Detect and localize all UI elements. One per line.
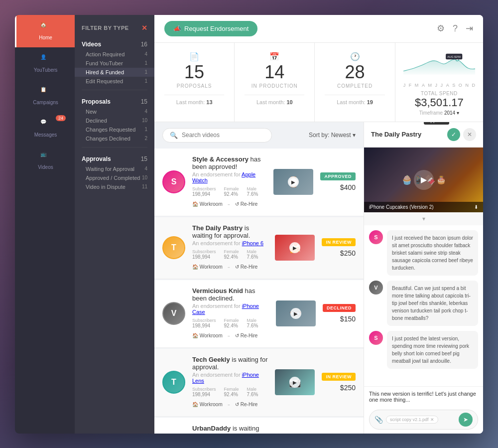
sidebar-item-campaigns[interactable]: 📋 Campaigns <box>15 80 75 112</box>
card-title-2: The Daily Pastry is waiting for approval… <box>192 224 268 239</box>
sidebar-item-label: Messages <box>34 132 57 138</box>
card-stats-3: Subscribers 198,994 Female 92.4% Male 7.… <box>192 318 269 328</box>
workroom-link-3[interactable]: 🏠 Workroom <box>192 333 223 338</box>
file-remove-icon[interactable]: ✕ <box>430 417 434 422</box>
endorsement-link[interactable]: Apple Watch <box>192 171 255 183</box>
stat-subscribers-2: Subscribers 198,994 <box>192 249 216 260</box>
video-thumb-3[interactable]: 👓 ▶ <box>276 300 316 326</box>
card-title-1: Style & Accessory has been approved! <box>192 155 266 170</box>
rehire-link[interactable]: ↺ Re-Hire <box>235 201 257 207</box>
download-icon[interactable]: ⬇ <box>474 204 478 210</box>
sidebar-item-videos[interactable]: 📺 Videos <box>15 145 75 177</box>
workroom-link-4[interactable]: 🏠 Workroom <box>192 402 223 407</box>
filter-item-count: 11 <box>142 184 147 189</box>
approve-btn-wrap: Approve ✓ <box>447 128 460 141</box>
stat-male-label: Male <box>247 186 258 191</box>
chart-timeframe-value[interactable]: 2014 ▾ <box>444 110 459 116</box>
panel-approve-button[interactable]: ✓ <box>447 128 460 141</box>
rehire-link-3[interactable]: ↺ Re-Hire <box>235 333 257 338</box>
request-endorsement-button[interactable]: 📣 Request Endorsement <box>164 21 257 36</box>
stat-chart: AUG $250 JFMAMJ JASOND TOTAL SPEND $3,50… <box>395 43 483 122</box>
filter-item-video-dispute[interactable]: Video in Dispute 11 <box>75 182 154 191</box>
chat-bubble-3: I just posted the latest version, spendi… <box>387 331 478 369</box>
chat-avatar-1: S <box>369 230 383 244</box>
filter-item-approved-completed[interactable]: Approved / Completed 10 <box>75 173 154 182</box>
sidebar-item-youtubers[interactable]: 👤 YouTubers <box>15 47 75 80</box>
endorsement-link-2[interactable]: iPhone 6 <box>242 240 263 246</box>
filter-item-new[interactable]: New 4 <box>75 107 154 116</box>
chat-avatar-3: S <box>369 331 383 345</box>
stat-subscribers: Subscribers 198,994 <box>192 186 216 197</box>
help-icon[interactable]: ? <box>453 23 458 34</box>
endorsement-link-3[interactable]: iPhone Case <box>192 303 259 315</box>
chart-months: JFMAMJ JASOND <box>403 83 475 88</box>
video-card-2: T The Daily Pastry is waiting for approv… <box>154 217 364 279</box>
filter-item-waiting-approval[interactable]: Waiting for Approval 4 <box>75 164 154 173</box>
sidebar-item-label: Campaigns <box>33 100 58 105</box>
attachment-icon[interactable]: 📎 <box>374 416 383 424</box>
chat-reply-text[interactable]: This new version is terrific! Let's just… <box>369 391 478 406</box>
filter-item-count: 10 <box>142 175 147 180</box>
top-bar-actions: ⚙ ? ⇥ <box>437 23 473 34</box>
play-button-2[interactable]: ▶ <box>289 242 300 253</box>
video-thumb-4[interactable]: 📷 ▶ <box>275 369 315 395</box>
search-input[interactable] <box>182 132 264 139</box>
stat-divider <box>245 95 304 95</box>
search-box[interactable]: 🔍 <box>162 128 272 143</box>
workroom-link-2[interactable]: 🏠 Workroom <box>192 264 223 270</box>
price-1: $400 <box>340 183 356 191</box>
filter-item-fund-youtuber[interactable]: Fund YouTuber 1 <box>75 59 154 68</box>
play-button-3[interactable]: ▶ <box>290 308 301 319</box>
endorsement-link-4[interactable]: iPhone Lens <box>192 372 259 384</box>
card-title-3: Vermicious Knid has been declined. <box>192 287 269 302</box>
creator-name-4: Tech Geekly <box>192 356 230 363</box>
filter-item-label: Declined <box>86 118 107 124</box>
play-button-1[interactable]: ▶ <box>288 176 299 187</box>
panel-play-btn[interactable]: ▶ <box>414 170 434 190</box>
workroom-link[interactable]: 🏠 Workroom <box>192 201 223 207</box>
logout-icon[interactable]: ⇥ <box>466 23 473 34</box>
panel-expand-button[interactable]: ▾ <box>364 212 483 225</box>
filter-item-hired-funded[interactable]: Hired & Funded 1 <box>75 68 154 77</box>
video-thumb-2[interactable]: 🍰 ▶ <box>275 235 315 261</box>
filter-item-label: Hired & Funded <box>86 69 124 75</box>
proposals-last: Last month: 13 <box>164 99 224 105</box>
sidebar-item-label: YouTubers <box>34 67 58 73</box>
chat-area: S I just received the bacon ipsum dolor … <box>364 225 483 386</box>
card-subtitle-4: An endorsement for iPhone Lens <box>192 372 268 384</box>
completed-number: 28 <box>325 63 384 81</box>
panel-video-label: iPhone Cupcakes (Version 2) ⬇ <box>364 202 483 212</box>
sidebar-item-messages[interactable]: 24 💬 Messages <box>15 112 75 145</box>
filter-item-changes-requested[interactable]: Changes Requested 1 <box>75 125 154 134</box>
video-thumb-1[interactable]: ⌚ ▶ <box>273 169 313 195</box>
settings-icon[interactable]: ⚙ <box>437 23 445 34</box>
rehire-link-4[interactable]: ↺ Re-Hire <box>235 402 257 407</box>
video-card-1: S Style & Accessory has been approved! A… <box>154 149 364 216</box>
card-title-4: Tech Geekly is waiting for approval. <box>192 356 268 371</box>
filter-divider-1 <box>82 90 147 90</box>
proposals-icon: 📄 <box>164 52 224 61</box>
production-label: IN PRODUCTION <box>245 83 304 89</box>
rehire-link-2[interactable]: ↺ Re-Hire <box>235 264 257 270</box>
stat-female-value: 92.4% <box>224 191 239 197</box>
play-button-4[interactable]: ▶ <box>289 377 300 388</box>
panel-actions: Approve ✓ ✕ <box>447 128 476 141</box>
panel-video[interactable]: 🧁 📱 🍫 🎂 ▶ iPhone Cupcakes (Version 2) ⬇ <box>364 148 483 212</box>
filter-item-count: 1 <box>144 69 147 75</box>
sidebar-item-home[interactable]: 🏠 Home <box>15 15 75 47</box>
proposals-last-value: 13 <box>206 99 212 105</box>
panel-close-button[interactable]: ✕ <box>463 128 476 141</box>
filter-clear-icon[interactable]: ✕ <box>141 24 148 32</box>
stat-sub-value: 198,994 <box>192 191 216 197</box>
filter-item-label: Edit Requested <box>86 78 123 84</box>
card-actions-2: 🏠 Workroom - ↺ Re-Hire <box>192 263 268 272</box>
filter-item-changes-declined[interactable]: Changes Declined 2 <box>75 134 154 143</box>
filter-item-edit-requested[interactable]: Edit Requested 1 <box>75 77 154 86</box>
filter-item-action-required[interactable]: Action Required 4 <box>75 50 154 59</box>
filter-item-label: Action Required <box>86 51 124 57</box>
sort-button[interactable]: Sort by: Newest ▾ <box>309 132 356 139</box>
filter-item-declined[interactable]: Declined 10 <box>75 116 154 125</box>
chat-send-button[interactable]: ➤ <box>459 413 473 427</box>
chart-wrapper: AUG $250 <box>403 49 475 81</box>
stat-divider <box>164 95 224 95</box>
